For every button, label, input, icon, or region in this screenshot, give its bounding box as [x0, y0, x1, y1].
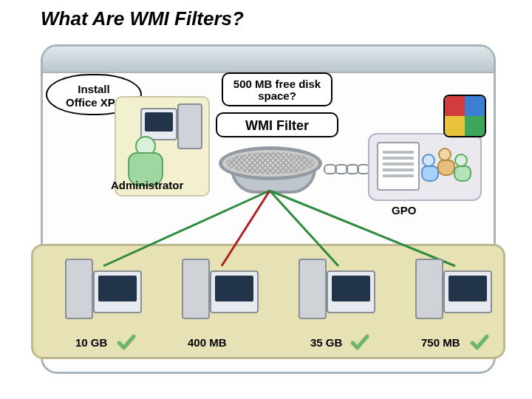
disk-space-callout: 500 MB free disk space?: [222, 72, 332, 106]
check-icon: [470, 332, 489, 352]
client-computer-1: [65, 254, 146, 328]
wmi-filter-text: WMI Filter: [245, 118, 309, 133]
slide: What Are WMI Filters? InstallOffice XP? …: [0, 0, 532, 399]
disk-space-text: 500 MB free disk space?: [233, 78, 321, 102]
speech-bubble-text: InstallOffice XP?: [66, 83, 122, 109]
size-label-2: 400 MB: [188, 336, 227, 349]
client-computer-3: [299, 254, 380, 328]
size-label-3: 35 GB: [310, 336, 342, 349]
chain-icon: [324, 164, 368, 177]
puzzle-icon: [443, 95, 486, 137]
wmi-filter-callout: WMI Filter: [216, 112, 338, 137]
size-label-4: 750 MB: [421, 336, 460, 349]
computer-tower-icon: [177, 103, 202, 149]
gpo-card: [368, 133, 482, 201]
panel-header-bar: [43, 47, 494, 73]
administrator-label: Administrator: [111, 179, 183, 191]
sieve-icon: [219, 146, 322, 195]
slide-title: What Are WMI Filters?: [41, 7, 244, 30]
check-icon: [350, 332, 369, 352]
users-group-icon: [421, 148, 471, 186]
client-computer-2: [182, 254, 263, 328]
size-label-1: 10 GB: [75, 336, 107, 349]
check-icon: [117, 332, 136, 352]
client-computer-4: [415, 254, 497, 328]
gpo-label: GPO: [392, 204, 416, 216]
document-icon: [377, 142, 420, 191]
